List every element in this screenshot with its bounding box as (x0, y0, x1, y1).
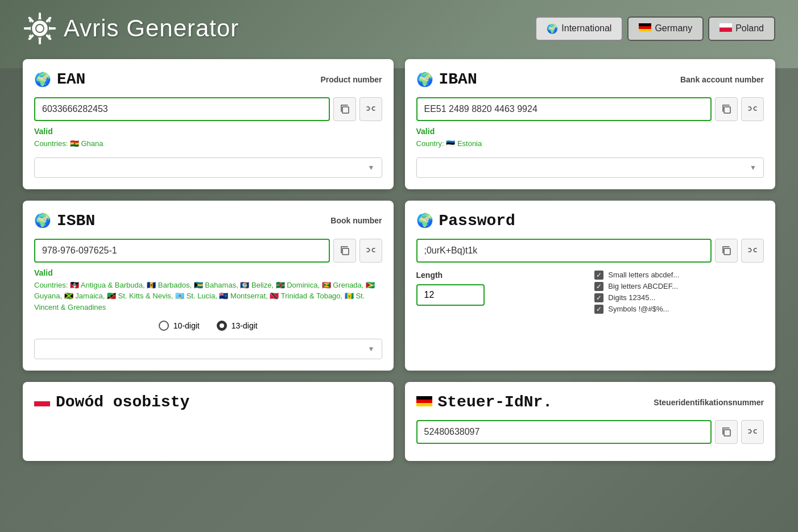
isbn-input[interactable] (34, 239, 330, 263)
iban-country-value: 🇪🇪 Estonia (446, 139, 482, 148)
isbn-13digit-radio[interactable] (217, 321, 227, 331)
svg-rect-27 (416, 403, 432, 406)
password-copy-btn[interactable] (715, 239, 738, 263)
iban-card: 🌍 IBAN Bank account number (405, 59, 776, 189)
shuffle-icon (366, 246, 376, 256)
password-globe-icon: 🌍 (416, 213, 433, 228)
isbn-radio-row: 10-digit 13-digit (34, 321, 382, 331)
flag-pl-nav-icon (720, 23, 732, 34)
ean-dropdown-arrow: ▼ (368, 164, 375, 172)
iban-input-row (416, 97, 764, 121)
steuer-input-row (416, 420, 764, 444)
iban-title-area: 🌍 IBAN (416, 70, 477, 88)
steuer-subtitle: Steueridentifikationsnummer (654, 398, 764, 407)
isbn-subtitle: Book number (330, 216, 382, 225)
ean-input[interactable] (34, 97, 330, 121)
iban-title: IBAN (439, 70, 477, 88)
iban-dropdown[interactable]: ▼ (416, 157, 764, 178)
shuffle-icon (366, 104, 376, 114)
length-input[interactable] (416, 284, 485, 306)
dowod-title: Dowód osobisty (56, 393, 189, 411)
dowod-title-area: Dowód osobisty (34, 393, 189, 411)
svg-rect-28 (724, 430, 730, 436)
svg-rect-14 (639, 23, 651, 26)
ean-title-area: 🌍 EAN (34, 70, 85, 88)
isbn-13digit-label: 13-digit (231, 321, 258, 330)
svg-rect-23 (34, 396, 50, 401)
nav-international-btn[interactable]: 🌍 International (535, 16, 623, 41)
ean-title: EAN (57, 70, 85, 88)
nav-poland-btn[interactable]: Poland (708, 16, 775, 41)
svg-rect-21 (342, 248, 349, 255)
svg-rect-17 (720, 23, 732, 28)
nav-germany-label: Germany (655, 23, 692, 34)
isbn-shuffle-btn[interactable] (359, 239, 382, 263)
dowod-flag-icon (34, 396, 50, 409)
header: Avris Generator 🌍 International Germany … (23, 11, 775, 45)
password-symbols[interactable]: ✓ Symbols !@#$%... (594, 305, 764, 314)
checkbox-small-icon: ✓ (594, 271, 603, 280)
iban-copy-btn[interactable] (715, 97, 738, 121)
password-input[interactable] (416, 239, 712, 263)
ean-valid-label: Valid (34, 127, 382, 136)
copy-icon (721, 246, 731, 256)
ean-copy-btn[interactable] (333, 97, 356, 121)
steuer-input[interactable] (416, 420, 712, 444)
isbn-input-row (34, 239, 382, 263)
germany-flag-icon (416, 396, 432, 406)
iban-globe-icon: 🌍 (416, 72, 433, 88)
isbn-countries: Countries: 🇦🇬 Antigua & Barbuda, 🇧🇧 Barb… (34, 280, 382, 313)
iban-shuffle-btn[interactable] (741, 97, 764, 121)
isbn-dropdown[interactable]: ▼ (34, 339, 382, 359)
iban-valid-label: Valid (416, 127, 764, 136)
isbn-copy-btn[interactable] (333, 239, 356, 263)
ean-shuffle-btn[interactable] (359, 97, 382, 121)
password-digits[interactable]: ✓ Digits 12345... (594, 293, 764, 302)
dowod-card-header: Dowód osobisty (34, 393, 382, 411)
isbn-card: 🌍 ISBN Book number (23, 201, 394, 371)
isbn-10digit-radio[interactable] (159, 321, 169, 331)
steuer-shuffle-btn[interactable] (741, 420, 764, 444)
iban-country-label: Country: (416, 139, 444, 148)
checkbox-digits-icon: ✓ (594, 293, 603, 302)
isbn-13digit-option[interactable]: 13-digit (217, 321, 258, 331)
password-small-letters[interactable]: ✓ Small letters abcdef... (594, 271, 764, 280)
length-label: Length (416, 271, 586, 280)
password-big-letters[interactable]: ✓ Big letters ABCDEF... (594, 282, 764, 291)
nav-poland-label: Poland (735, 23, 764, 34)
logo-area: Avris Generator (23, 11, 239, 45)
flag-de-nav-icon (639, 23, 651, 34)
svg-rect-16 (639, 29, 651, 32)
password-title: Password (439, 212, 515, 230)
steuer-copy-btn[interactable] (715, 420, 738, 444)
svg-rect-3 (39, 13, 41, 19)
checkbox-big-icon: ✓ (594, 282, 603, 291)
steuer-card: Steuer-IdNr. Steueridentifikationsnummer (405, 382, 776, 461)
ean-card-header: 🌍 EAN Product number (34, 70, 382, 88)
nav-germany-btn[interactable]: Germany (627, 16, 704, 41)
svg-rect-19 (342, 107, 349, 113)
globe-nav-icon: 🌍 (547, 23, 558, 34)
ean-dropdown[interactable]: ▼ (34, 157, 382, 178)
ean-card: 🌍 EAN Product number (23, 59, 394, 189)
gear-icon (23, 11, 57, 45)
password-shuffle-btn[interactable] (741, 239, 764, 263)
password-checkboxes: ✓ Small letters abcdef... ✓ Big letters … (594, 271, 764, 316)
password-input-row (416, 239, 764, 263)
steuer-title: Steuer-IdNr. (438, 393, 553, 411)
ean-input-row (34, 97, 382, 121)
svg-rect-26 (416, 400, 432, 403)
nav-buttons: 🌍 International Germany Poland (535, 16, 775, 41)
ean-countries-label: Countries: (34, 139, 68, 148)
password-options-grid: Length ✓ Small letters abcdef... ✓ Big l… (416, 271, 764, 316)
iban-input[interactable] (416, 97, 712, 121)
copy-icon (721, 427, 731, 437)
svg-point-2 (36, 25, 43, 32)
checkbox-symbols-icon: ✓ (594, 305, 603, 314)
symbols-label: Symbols !@#$%... (608, 305, 669, 313)
ean-countries: Countries: 🇬🇭 Ghana (34, 138, 382, 149)
isbn-title: ISBN (57, 212, 95, 230)
ean-subtitle: Product number (320, 75, 382, 84)
shuffle-icon (747, 427, 758, 437)
isbn-10digit-option[interactable]: 10-digit (159, 321, 200, 331)
